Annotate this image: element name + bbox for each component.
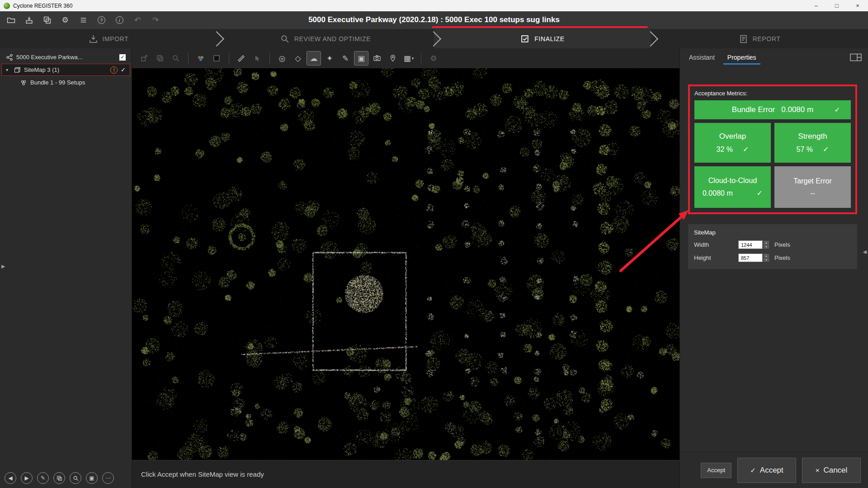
open-folder-icon[interactable] xyxy=(5,15,16,26)
cancel-button[interactable]: × Cancel xyxy=(802,458,861,483)
layers-icon[interactable] xyxy=(42,15,52,26)
settings-gear-icon[interactable]: ⚙ xyxy=(60,15,71,26)
spinner-down-icon[interactable]: ▼ xyxy=(764,245,769,249)
strength-value: 57 % xyxy=(797,145,813,154)
target-error-value: -- xyxy=(810,189,815,197)
zoom-region-button[interactable] xyxy=(169,52,183,65)
geotag-button[interactable] xyxy=(386,52,400,65)
check-icon: ✓ xyxy=(757,189,763,197)
target-error-metric: Target Error -- xyxy=(774,166,851,208)
caret-down-icon[interactable]: ▾ xyxy=(6,67,10,72)
accept-button[interactable]: ✓ Accept xyxy=(737,458,796,483)
spinner-up-icon[interactable]: ▲ xyxy=(764,254,769,258)
panel-collapse-handle[interactable]: ◀ xyxy=(863,249,867,255)
minimize-button[interactable]: – xyxy=(806,0,826,11)
tag-tool-button[interactable]: ◇ xyxy=(291,52,305,65)
bundle-error-label: Bundle Error xyxy=(732,105,775,114)
panel-footer: Accept ✓ Accept × Cancel xyxy=(680,452,868,488)
tree-sitemap-label: SiteMap 3 (1) xyxy=(24,66,59,73)
width-label: Width xyxy=(694,241,738,248)
toolbar-separator xyxy=(188,53,189,64)
pin-icon xyxy=(389,54,397,62)
review-icon xyxy=(280,34,290,44)
edit-button[interactable]: ✎ xyxy=(37,472,49,484)
panel-body: Acceptance Metrics: Bundle Error 0.0080 … xyxy=(680,65,868,452)
undo-icon[interactable]: ↶ xyxy=(132,15,143,26)
sitemap-icon xyxy=(14,66,21,74)
redo-icon[interactable]: ↷ xyxy=(150,15,161,26)
height-input[interactable] xyxy=(738,253,763,262)
image-button[interactable]: ▣ xyxy=(86,472,98,484)
target-tool-button[interactable]: ◎ xyxy=(275,52,289,65)
layout-icon xyxy=(850,53,862,61)
measure-button[interactable] xyxy=(235,52,248,65)
pick-point-button[interactable] xyxy=(250,52,264,65)
help-glyph: ? xyxy=(98,16,105,24)
next-button[interactable]: ▶ xyxy=(21,472,33,484)
target-error-label: Target Error xyxy=(793,177,831,185)
annotate-tool-button[interactable]: ✎ xyxy=(339,52,352,65)
cloud-colors-button[interactable] xyxy=(194,52,208,65)
sitemap-properties: SiteMap Width ▲ ▼ Pixels Height xyxy=(688,224,857,269)
tree-row-bundle[interactable]: Bundle 1 - 99 Setups xyxy=(1,76,130,89)
layout-button[interactable] xyxy=(850,53,862,61)
bundle-icon xyxy=(20,79,27,86)
detach-view-button[interactable] xyxy=(137,52,151,65)
height-label: Height xyxy=(694,254,738,261)
duplicate-view-button[interactable] xyxy=(153,52,167,65)
prev-button[interactable]: ◀ xyxy=(5,472,16,484)
cloud-to-cloud-metric: Cloud-to-Cloud 0.0080 m ✓ xyxy=(694,166,771,208)
width-stepper[interactable]: ▲ ▼ xyxy=(764,241,769,249)
sidebar-collapse-handle[interactable]: ▶ xyxy=(1,263,5,269)
tab-finalize-label: FINALIZE xyxy=(534,35,564,42)
project-checkbox[interactable]: ✓ xyxy=(119,54,126,61)
detach-icon xyxy=(140,54,148,62)
info-glyph: i xyxy=(116,16,123,24)
import-project-icon[interactable] xyxy=(24,15,34,26)
more-button[interactable]: ⋯ xyxy=(102,472,114,484)
tree-bundle-label: Bundle 1 - 99 Setups xyxy=(30,79,85,86)
copy-button[interactable] xyxy=(53,472,65,484)
tree-row-sitemap[interactable]: ▾ SiteMap 3 (1) ! ✓ xyxy=(1,64,130,76)
height-stepper[interactable]: ▲ ▼ xyxy=(764,254,769,262)
sitemap-image-button[interactable]: ▣ xyxy=(354,52,368,65)
strength-label: Strength xyxy=(798,132,827,141)
cloud-to-cloud-value: 0.0080 m xyxy=(703,189,733,197)
tab-review-label: REVIEW AND OPTIMIZE xyxy=(294,35,371,42)
close-button[interactable]: × xyxy=(847,0,868,11)
tab-report[interactable]: REPORT xyxy=(651,29,868,48)
tree-row-project[interactable]: 5000 Executive Parkwa... ✓ xyxy=(1,51,130,63)
bundle-error-value: 0.0080 m xyxy=(781,105,813,114)
window-controls: – □ × xyxy=(806,0,868,11)
accept-small-button[interactable]: Accept xyxy=(701,463,731,478)
tab-import[interactable]: IMPORT xyxy=(0,29,217,48)
height-unit: Pixels xyxy=(774,254,790,261)
tree-project-label: 5000 Executive Parkwa... xyxy=(16,54,83,61)
tab-properties[interactable]: Properties xyxy=(721,50,763,65)
annotation-underline xyxy=(432,26,648,28)
tab-review-and-optimize[interactable]: REVIEW AND OPTIMIZE xyxy=(217,29,434,48)
info-icon[interactable]: i xyxy=(114,15,125,26)
view-settings-button[interactable]: ⚙ xyxy=(427,52,440,65)
toolbar-separator xyxy=(229,53,229,64)
bundle-error-metric: Bundle Error 0.0080 m ✓ xyxy=(694,100,851,119)
title-bar: Cyclone REGISTER 360 – □ × xyxy=(0,0,868,11)
list-icon[interactable] xyxy=(78,15,89,26)
zoom-button[interactable] xyxy=(70,472,81,484)
point-cloud-view[interactable] xyxy=(132,68,679,460)
grid-dropdown-button[interactable]: ▦ ▾ xyxy=(402,52,415,65)
snapshot-button[interactable] xyxy=(370,52,384,65)
project-tree: 5000 Executive Parkwa... ✓ ▾ SiteMap 3 (… xyxy=(0,48,132,89)
tab-assistant[interactable]: Assistant xyxy=(683,50,721,65)
background-color-button[interactable] xyxy=(210,52,223,65)
maximize-button[interactable]: □ xyxy=(826,0,847,11)
spinner-down-icon[interactable]: ▼ xyxy=(764,258,769,262)
tab-finalize[interactable]: FINALIZE xyxy=(434,29,651,48)
cloud-tool-button[interactable]: ☁ xyxy=(307,52,321,65)
help-icon[interactable]: ? xyxy=(96,15,107,26)
sidebar-bottom-toolbar: ◀ ▶ ✎ ▣ ⋯ xyxy=(0,468,132,488)
point-cloud-canvas[interactable] xyxy=(132,68,679,460)
spark-tool-button[interactable]: ✦ xyxy=(323,52,336,65)
spinner-up-icon[interactable]: ▲ xyxy=(764,241,769,244)
width-input[interactable] xyxy=(738,240,763,249)
